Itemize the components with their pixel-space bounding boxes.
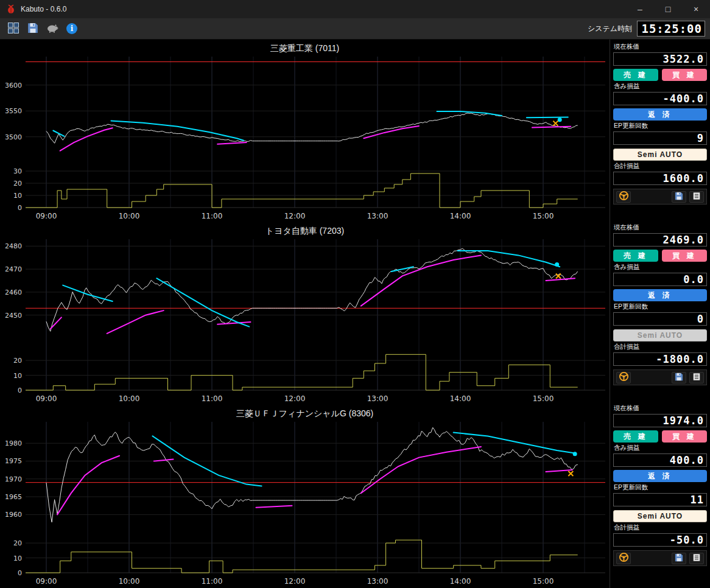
svg-text:11:00: 11:00 [202, 394, 223, 403]
steering-wheel-button[interactable] [616, 372, 631, 383]
maximize-button[interactable]: □ [654, 0, 682, 18]
total-pl-label: 合計損益 [614, 523, 707, 532]
info-button[interactable]: i [63, 20, 80, 37]
piggy-bank-icon [46, 23, 58, 35]
app-beetle-icon [6, 4, 16, 14]
minimize-button[interactable]: – [626, 0, 654, 18]
save-icon [675, 192, 683, 202]
svg-text:13:00: 13:00 [367, 212, 388, 220]
system-clock-display: 15:25:00 [637, 21, 705, 37]
buy-open-button[interactable]: 買 建 [662, 69, 707, 81]
save-button[interactable] [24, 20, 41, 37]
svg-text:0: 0 [18, 387, 22, 394]
panel-save-button[interactable] [672, 372, 686, 383]
svg-text:09:00: 09:00 [36, 394, 57, 403]
save-icon [675, 553, 683, 564]
svg-text:30: 30 [13, 167, 22, 175]
buy-open-button[interactable]: 買 建 [662, 430, 707, 443]
svg-text:14:00: 14:00 [450, 577, 471, 586]
chart-title-7011: 三菱重工業 (7011) [0, 40, 610, 54]
current-price-display: 2469.0 [613, 233, 707, 247]
svg-text:2470: 2470 [5, 265, 22, 273]
info-icon: i [66, 23, 77, 34]
steering-wheel-icon [619, 191, 629, 203]
repay-button[interactable]: 返 済 [613, 470, 707, 482]
system-time-label: システム時刻 [588, 24, 632, 34]
memo-list-button[interactable] [689, 372, 704, 383]
total-pl-label: 合計損益 [614, 162, 707, 170]
chart-block-8306: 三菱ＵＦＪフィナンシャルG (8306) 1960196519701975198… [0, 405, 610, 587]
sell-open-button[interactable]: 売 建 [613, 250, 658, 262]
chart-block-7203: トヨタ自動車 (7203) 24502460247024800102009:00… [0, 222, 610, 405]
steering-wheel-icon [619, 371, 629, 383]
svg-text:1965: 1965 [5, 493, 22, 501]
panel-save-button[interactable] [672, 553, 686, 564]
close-button[interactable]: × [682, 0, 710, 18]
chart-block-7011: 三菱重工業 (7011) 350035503600010203009:0010:… [0, 40, 610, 222]
layout-grid-button[interactable] [5, 20, 22, 37]
steering-wheel-button[interactable] [616, 191, 631, 203]
semi-auto-button[interactable]: Semi AUTO [613, 329, 707, 341]
unrealized-pl-label: 含み損益 [614, 82, 707, 91]
svg-text:15:00: 15:00 [533, 212, 554, 220]
main-area: 三菱重工業 (7011) 350035503600010203009:0010:… [0, 40, 710, 588]
svg-text:1980: 1980 [5, 439, 22, 447]
chart-title-7203: トヨタ自動車 (7203) [0, 222, 610, 237]
panel-save-button[interactable] [672, 191, 686, 203]
svg-text:20: 20 [13, 180, 22, 187]
current-price-label: 現在株価 [614, 404, 707, 413]
svg-text:14:00: 14:00 [450, 212, 471, 220]
memo-list-icon [692, 373, 701, 383]
chart-canvas-7011: 350035503600010203009:0010:0011:0012:001… [0, 54, 610, 222]
svg-text:10: 10 [13, 555, 22, 562]
svg-text:11:00: 11:00 [202, 577, 223, 586]
total-pl-display: -1800.0 [613, 352, 707, 366]
svg-text:0: 0 [18, 204, 22, 212]
svg-text:12:00: 12:00 [284, 394, 306, 403]
svg-text:10: 10 [13, 192, 22, 200]
svg-text:2460: 2460 [5, 289, 22, 296]
piggy-bank-button[interactable] [44, 20, 61, 37]
trading-side-panel: 現在株価 3522.0 売 建 買 建 含み損益 -400.0 返 済 EP更新… [610, 40, 710, 588]
save-icon [675, 373, 683, 383]
svg-text:10: 10 [13, 372, 22, 380]
svg-text:14:00: 14:00 [450, 394, 471, 403]
panel-icon-row [613, 189, 707, 205]
svg-text:1970: 1970 [5, 475, 22, 483]
svg-text:3600: 3600 [5, 82, 22, 89]
memo-list-icon [692, 553, 701, 564]
svg-text:15:00: 15:00 [533, 577, 554, 586]
svg-text:13:00: 13:00 [367, 394, 388, 403]
ep-count-display: 9 [613, 131, 707, 145]
svg-text:10:00: 10:00 [119, 394, 140, 403]
total-pl-display: -50.0 [613, 533, 707, 547]
buy-open-button[interactable]: 買 建 [662, 250, 707, 262]
panel-icon-row [613, 369, 707, 385]
steering-wheel-button[interactable] [616, 553, 631, 564]
panel-icon-row [613, 550, 707, 566]
unrealized-pl-label: 含み損益 [614, 444, 707, 452]
save-icon [27, 23, 38, 35]
steering-wheel-icon [619, 552, 629, 564]
ep-count-label: EP更新回数 [614, 122, 707, 130]
svg-text:1960: 1960 [5, 511, 22, 519]
repay-button[interactable]: 返 済 [613, 289, 707, 301]
semi-auto-button[interactable]: Semi AUTO [613, 510, 707, 522]
sell-open-button[interactable]: 売 建 [613, 430, 658, 443]
memo-list-button[interactable] [689, 191, 704, 203]
svg-text:20: 20 [13, 539, 22, 547]
unrealized-pl-display: 400.0 [613, 453, 707, 467]
ep-count-display: 0 [613, 312, 707, 326]
repay-button[interactable]: 返 済 [613, 108, 707, 121]
svg-text:0: 0 [18, 569, 22, 577]
svg-text:09:00: 09:00 [36, 212, 57, 220]
current-price-label: 現在株価 [614, 223, 707, 232]
trade-panel-7011: 現在株価 3522.0 売 建 買 建 含み損益 -400.0 返 済 EP更新… [613, 43, 707, 205]
sell-open-button[interactable]: 売 建 [613, 69, 658, 81]
svg-text:12:00: 12:00 [284, 577, 306, 586]
unrealized-pl-display: 0.0 [613, 273, 707, 286]
semi-auto-button[interactable]: Semi AUTO [613, 149, 707, 161]
svg-text:12:00: 12:00 [284, 212, 306, 220]
memo-list-button[interactable] [689, 553, 704, 564]
svg-text:1975: 1975 [5, 457, 22, 465]
